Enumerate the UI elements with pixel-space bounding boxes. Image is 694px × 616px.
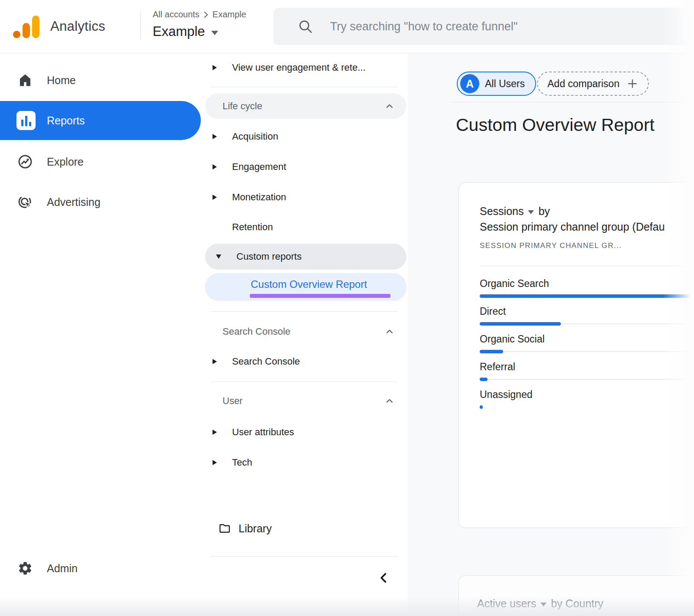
breadcrumb-chevron-icon	[202, 10, 210, 19]
chevron-left-icon	[376, 570, 391, 585]
bar-track	[480, 351, 694, 352]
nav-section-user[interactable]: User	[205, 392, 406, 410]
nav-item-label: Retention	[232, 222, 273, 233]
nav-item-label: Acquisition	[232, 131, 278, 142]
gear-icon	[16, 560, 34, 577]
nav-item-monetization[interactable]: Monetization	[201, 189, 408, 205]
bar-direct[interactable]	[480, 322, 561, 326]
bar-label: Organic Search	[480, 278, 549, 290]
column-header[interactable]: SESSION PRIMARY CHANNEL GR...	[480, 241, 622, 250]
search-bar[interactable]	[273, 8, 694, 45]
metric-selector[interactable]: Sessions	[480, 205, 524, 218]
nav-item-retention[interactable]: Retention	[201, 219, 408, 235]
chevron-down-icon	[211, 31, 218, 35]
nav-item-label: Library	[239, 522, 272, 535]
expand-arrow-icon	[213, 460, 217, 465]
chevron-up-icon	[384, 395, 395, 407]
metric-selector[interactable]: Active users	[477, 597, 536, 610]
segment-chip-all-users[interactable]: A All Users	[457, 72, 536, 96]
nav-section-label: Search Console	[223, 326, 291, 337]
breadcrumb-account[interactable]: All accounts	[153, 10, 200, 20]
nav-item-label: Monetization	[232, 192, 286, 203]
active-report-link[interactable]: Custom Overview Report	[251, 278, 367, 290]
expand-arrow-icon	[213, 195, 217, 200]
bar-row: Direct	[480, 303, 694, 331]
bar-label: Referral	[480, 361, 515, 373]
sidebar-item-explore[interactable]: Explore	[0, 150, 201, 174]
bar-chart-icon	[16, 111, 36, 130]
bar-organic-social[interactable]	[480, 350, 503, 353]
sidebar-item-label: Explore	[47, 156, 84, 168]
nav-section-label: Custom reports	[236, 251, 301, 262]
explore-icon	[16, 153, 34, 170]
nav-item-label: View user engagement & rete...	[232, 62, 366, 73]
nav-section-custom-reports[interactable]: Custom reports	[205, 244, 406, 270]
page-title: Custom Overview Report	[456, 115, 655, 135]
nav-item-user-attributes[interactable]: User attributes	[201, 424, 408, 440]
expand-arrow-icon	[213, 65, 217, 70]
nav-divider	[210, 381, 398, 382]
collapse-arrow-icon	[216, 254, 221, 259]
by-label: by Country	[551, 597, 603, 610]
sidebar-item-home[interactable]: Home	[0, 68, 201, 92]
sidebar-item-label: Admin	[47, 562, 78, 575]
main-content: A All Users Add comparison Custom Overvi…	[408, 53, 694, 616]
card-divider	[480, 266, 694, 266]
header-divider	[140, 11, 141, 40]
nav-section-search-console[interactable]: Search Console	[205, 323, 406, 340]
bar-row: Organic Social	[480, 331, 694, 359]
nav-section-life-cycle[interactable]: Life cycle	[205, 93, 406, 119]
ads-click-icon	[16, 193, 34, 211]
nav-item-custom-overview-report[interactable]: Custom Overview Report	[205, 273, 406, 301]
sidebar-item-admin[interactable]: Admin	[0, 556, 201, 580]
nav-divider	[210, 311, 398, 312]
bar-label: Organic Social	[480, 333, 545, 345]
expand-arrow-icon	[213, 430, 217, 435]
property-selector[interactable]: Example	[153, 24, 218, 39]
active-users-by-country-card: Active users by Country	[458, 575, 694, 616]
bar-track	[480, 379, 694, 380]
bar-label: Direct	[480, 306, 506, 317]
nav-section-label: User	[223, 395, 242, 407]
bar-row: Organic Search	[480, 275, 694, 303]
nav-item-library[interactable]: Library	[201, 518, 408, 539]
add-comparison-label: Add comparison	[547, 78, 619, 90]
sessions-by-channel-card: Sessions by Session primary channel grou…	[458, 182, 694, 528]
segment-chip-label: All Users	[485, 78, 525, 90]
google-analytics-logo-icon	[13, 16, 40, 38]
card-title: Active users by Country	[477, 597, 603, 610]
nav-item-tech[interactable]: Tech	[201, 454, 408, 471]
breadcrumb: All accounts Example	[153, 10, 246, 20]
app-header: Analytics All accounts Example Example	[0, 0, 694, 53]
expand-arrow-icon	[213, 164, 217, 169]
home-icon	[16, 72, 34, 89]
card-title: Sessions by Session primary channel grou…	[480, 205, 665, 233]
nav-item-search-console[interactable]: Search Console	[201, 353, 408, 370]
collapse-nav-button[interactable]	[374, 568, 393, 587]
segment-badge: A	[460, 74, 479, 93]
report-nav-panel: View user engagement & rete... Life cycl…	[201, 53, 408, 616]
app-name: Analytics	[50, 19, 105, 34]
sidebar-item-label: Home	[47, 74, 76, 87]
bar-label: Unassigned	[480, 389, 532, 401]
dimension-label: Session primary channel group (Defau	[480, 221, 665, 233]
breadcrumb-property[interactable]: Example	[213, 10, 246, 20]
nav-divider	[210, 87, 398, 87]
sidebar-item-reports[interactable]: Reports	[0, 101, 201, 140]
bar-referral[interactable]	[480, 378, 488, 381]
nav-item-acquisition[interactable]: Acquisition	[201, 128, 408, 145]
bar-organic-search[interactable]	[480, 294, 694, 298]
chevron-down-icon	[528, 210, 534, 214]
sidebar-item-label: Advertising	[47, 196, 101, 209]
search-input[interactable]	[330, 20, 668, 33]
nav-item-engagement[interactable]: Engagement	[201, 159, 408, 175]
folder-icon	[218, 522, 231, 535]
nav-section-label: Life cycle	[223, 101, 262, 112]
by-label: by	[538, 205, 550, 218]
expand-arrow-icon	[213, 134, 217, 139]
sidebar-item-advertising[interactable]: Advertising	[0, 190, 201, 214]
bar-unassigned[interactable]	[480, 405, 483, 409]
nav-item-view-user-engagement[interactable]: View user engagement & rete...	[201, 59, 408, 76]
add-comparison-button[interactable]: Add comparison	[537, 72, 649, 96]
bar-row: Unassigned	[480, 386, 694, 414]
